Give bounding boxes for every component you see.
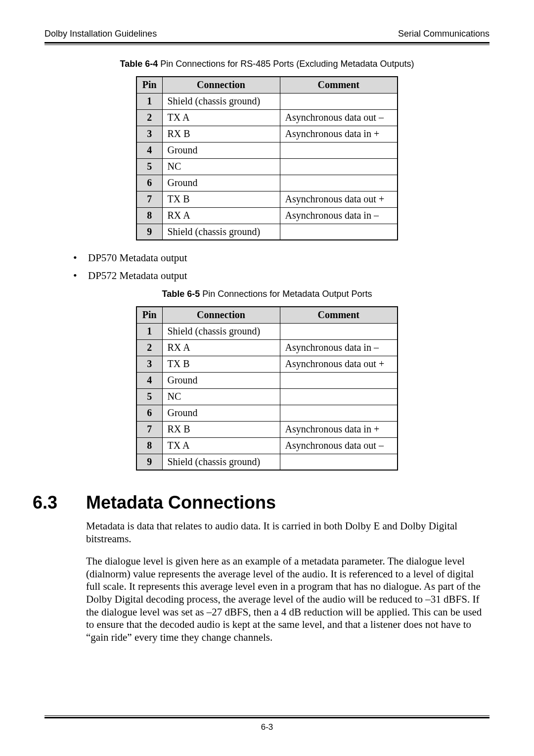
cell-comment xyxy=(280,323,398,339)
col-header-connection: Connection xyxy=(162,307,280,323)
table-row: 7TX BAsynchronous data out + xyxy=(136,191,398,207)
cell-connection: NC xyxy=(162,158,280,175)
cell-pin: 3 xyxy=(136,356,162,372)
cell-connection: Ground xyxy=(162,405,280,421)
table-row: 1Shield (chassis ground) xyxy=(136,93,398,109)
cell-comment xyxy=(280,175,398,191)
bullet-list: DP570 Metadata output DP572 Metadata out… xyxy=(73,251,490,282)
body-paragraph: The dialogue level is given here as an e… xyxy=(86,555,490,644)
col-header-connection: Connection xyxy=(162,77,280,93)
page-number: 6-3 xyxy=(44,722,490,732)
cell-connection: Shield (chassis ground) xyxy=(162,454,280,470)
cell-pin: 5 xyxy=(136,388,162,405)
table-row: 5NC xyxy=(136,388,398,405)
cell-connection: TX A xyxy=(162,437,280,454)
footer-rule-thin xyxy=(44,715,490,716)
cell-comment xyxy=(280,93,398,109)
cell-connection: RX A xyxy=(162,339,280,356)
table-row: 8RX AAsynchronous data in – xyxy=(136,207,398,224)
table-row: 2TX AAsynchronous data out – xyxy=(136,109,398,126)
cell-comment: Asynchronous data in – xyxy=(280,207,398,224)
section-heading: 6.3 Metadata Connections xyxy=(33,492,490,513)
cell-comment: Asynchronous data out – xyxy=(280,437,398,454)
cell-pin: 7 xyxy=(136,421,162,437)
cell-connection: Shield (chassis ground) xyxy=(162,323,280,339)
table-row: 4Ground xyxy=(136,142,398,158)
header-rule-thin xyxy=(44,45,490,45)
cell-connection: Ground xyxy=(162,175,280,191)
cell-comment xyxy=(280,224,398,240)
cell-connection: Shield (chassis ground) xyxy=(162,224,280,240)
cell-comment xyxy=(280,388,398,405)
page-header: Dolby Installation Guidelines Serial Com… xyxy=(44,29,490,39)
cell-comment: Asynchronous data in – xyxy=(280,339,398,356)
cell-pin: 5 xyxy=(136,158,162,175)
table-header-row: Pin Connection Comment xyxy=(136,307,398,323)
cell-pin: 4 xyxy=(136,372,162,388)
cell-pin: 3 xyxy=(136,126,162,142)
table-row: 2RX AAsynchronous data in – xyxy=(136,339,398,356)
cell-pin: 8 xyxy=(136,437,162,454)
table-row: 4Ground xyxy=(136,372,398,388)
section-number: 6.3 xyxy=(33,492,86,513)
body-paragraph: Metadata is data that relates to audio d… xyxy=(86,520,490,545)
cell-pin: 4 xyxy=(136,142,162,158)
list-item: DP570 Metadata output xyxy=(73,251,490,264)
table-row: 3TX BAsynchronous data out + xyxy=(136,356,398,372)
header-rule-thick xyxy=(44,42,490,44)
cell-connection: RX B xyxy=(162,126,280,142)
cell-pin: 1 xyxy=(136,93,162,109)
col-header-comment: Comment xyxy=(280,77,398,93)
list-item: DP572 Metadata output xyxy=(73,269,490,282)
cell-pin: 9 xyxy=(136,224,162,240)
page-footer: 6-3 xyxy=(44,715,490,732)
cell-comment xyxy=(280,158,398,175)
cell-connection: Shield (chassis ground) xyxy=(162,93,280,109)
table-row: 6Ground xyxy=(136,175,398,191)
table-6-5: Pin Connection Comment 1Shield (chassis … xyxy=(136,306,398,471)
table-row: 8TX AAsynchronous data out – xyxy=(136,437,398,454)
cell-comment: Asynchronous data in + xyxy=(280,421,398,437)
header-left: Dolby Installation Guidelines xyxy=(44,29,157,39)
cell-comment: Asynchronous data in + xyxy=(280,126,398,142)
cell-connection: TX B xyxy=(162,191,280,207)
table-row: 7RX BAsynchronous data in + xyxy=(136,421,398,437)
cell-comment xyxy=(280,142,398,158)
table-row: 9Shield (chassis ground) xyxy=(136,224,398,240)
table-6-5-caption-rest: Pin Connections for Metadata Output Port… xyxy=(200,289,372,299)
cell-pin: 6 xyxy=(136,175,162,191)
table-row: 3RX BAsynchronous data in + xyxy=(136,126,398,142)
cell-connection: NC xyxy=(162,388,280,405)
col-header-pin: Pin xyxy=(136,77,162,93)
section-title: Metadata Connections xyxy=(86,492,276,513)
cell-pin: 7 xyxy=(136,191,162,207)
cell-pin: 9 xyxy=(136,454,162,470)
col-header-comment: Comment xyxy=(280,307,398,323)
footer-rule-thick xyxy=(44,717,490,718)
table-6-4: Pin Connection Comment 1Shield (chassis … xyxy=(136,76,398,240)
table-row: 9Shield (chassis ground) xyxy=(136,454,398,470)
cell-pin: 8 xyxy=(136,207,162,224)
table-row: 5NC xyxy=(136,158,398,175)
cell-connection: Ground xyxy=(162,142,280,158)
table-6-5-caption-bold: Table 6-5 xyxy=(162,289,200,299)
table-6-4-caption-rest: Pin Connections for RS-485 Ports (Exclud… xyxy=(158,59,414,69)
cell-connection: TX A xyxy=(162,109,280,126)
table-6-4-caption: Table 6-4 Pin Connections for RS-485 Por… xyxy=(44,59,490,69)
cell-comment: Asynchronous data out + xyxy=(280,191,398,207)
cell-connection: TX B xyxy=(162,356,280,372)
col-header-pin: Pin xyxy=(136,307,162,323)
cell-comment xyxy=(280,405,398,421)
cell-comment: Asynchronous data out – xyxy=(280,109,398,126)
cell-connection: RX A xyxy=(162,207,280,224)
cell-pin: 2 xyxy=(136,339,162,356)
cell-comment xyxy=(280,372,398,388)
cell-comment xyxy=(280,454,398,470)
cell-connection: RX B xyxy=(162,421,280,437)
cell-pin: 1 xyxy=(136,323,162,339)
table-6-4-caption-bold: Table 6-4 xyxy=(120,59,158,69)
table-row: 1Shield (chassis ground) xyxy=(136,323,398,339)
cell-pin: 6 xyxy=(136,405,162,421)
table-row: 6Ground xyxy=(136,405,398,421)
cell-pin: 2 xyxy=(136,109,162,126)
